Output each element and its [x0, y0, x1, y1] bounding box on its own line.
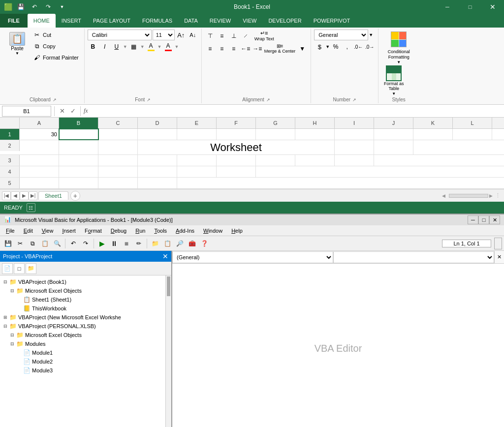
number-format-dropdown[interactable]: ▼: [369, 32, 373, 37]
tab-data[interactable]: DATA: [178, 14, 204, 28]
increase-indent-btn[interactable]: →≡: [252, 43, 263, 54]
vbe-menu-insert[interactable]: Insert: [58, 227, 80, 235]
font-color-button[interactable]: A: [163, 41, 174, 52]
percent-btn[interactable]: %: [330, 41, 341, 52]
align-left-btn[interactable]: ≡: [205, 43, 216, 54]
font-size-select[interactable]: 11: [153, 30, 175, 40]
scrollbar-thumb[interactable]: [167, 276, 170, 296]
vbe-design-btn[interactable]: ✏: [133, 238, 145, 249]
cell-f4[interactable]: [217, 166, 256, 177]
col-header-c[interactable]: C: [98, 118, 138, 128]
row-header-1[interactable]: 1: [0, 129, 20, 140]
vbe-project-btn[interactable]: 📁: [149, 238, 161, 249]
underline-dropdown[interactable]: ▼: [123, 44, 127, 49]
expand-icon[interactable]: ⊟: [9, 341, 16, 346]
number-expand-icon[interactable]: ↗: [352, 97, 356, 102]
wrap-text-btn[interactable]: ↵≡ Wrap Text: [252, 30, 277, 42]
tab-powerpivot[interactable]: POWERPIVOT: [308, 14, 356, 28]
cell-d1[interactable]: [138, 129, 177, 140]
align-bottom-btn[interactable]: ⊥: [228, 30, 239, 41]
cell-a4[interactable]: [20, 166, 59, 177]
cell-k1[interactable]: [413, 129, 453, 140]
minimize-btn[interactable]: ─: [436, 0, 459, 14]
cell-b2[interactable]: [59, 140, 98, 155]
col-header-a[interactable]: A: [20, 118, 59, 128]
format-table-dropdown[interactable]: ▼: [392, 92, 396, 96]
expand-icon[interactable]: ⊟: [9, 333, 16, 337]
vbe-menu-addins[interactable]: Add-Ins: [172, 227, 198, 235]
cell-a5[interactable]: [20, 178, 59, 188]
formula-input[interactable]: [90, 106, 502, 117]
conditional-formatting-btn[interactable]: ConditionalFormatting ▼: [381, 30, 416, 64]
col-header-i[interactable]: I: [335, 118, 374, 128]
cell-b4[interactable]: [59, 166, 98, 177]
cell-e3[interactable]: [177, 155, 217, 166]
restore-btn[interactable]: □: [459, 0, 481, 14]
project-scrollbar[interactable]: [165, 275, 171, 427]
vbe-help-btn[interactable]: ❓: [198, 238, 210, 249]
vbe-find-btn[interactable]: 🔍: [51, 238, 63, 249]
paste-button[interactable]: 📋 Paste ▼: [5, 30, 30, 58]
tab-page-layout[interactable]: PAGE LAYOUT: [87, 14, 136, 28]
close-btn[interactable]: ✕: [481, 0, 504, 14]
accounting-dropdown[interactable]: ▼: [325, 44, 330, 49]
tab-developer[interactable]: DEVELOPER: [262, 14, 307, 28]
vbe-cut-btn[interactable]: ✂: [14, 238, 26, 249]
view-code-btn[interactable]: 📄: [2, 263, 13, 274]
sheet-nav-last[interactable]: ▶|: [29, 191, 37, 200]
code-editor-area[interactable]: VBA Editor: [172, 264, 504, 427]
project-panel-close-btn[interactable]: ✕: [162, 252, 168, 260]
save-btn[interactable]: 💾: [15, 1, 26, 12]
sheet-tab-1[interactable]: Sheet1: [38, 191, 68, 200]
cell-c5[interactable]: [98, 178, 138, 188]
sheet-scrollbar[interactable]: [449, 194, 488, 198]
vbe-break-btn[interactable]: ⏸: [108, 238, 120, 249]
cell-g1[interactable]: [256, 129, 295, 140]
name-box[interactable]: [2, 106, 51, 117]
font-color-dropdown[interactable]: ▼: [175, 44, 179, 49]
select-all-btn[interactable]: [0, 118, 20, 128]
underline-button[interactable]: U: [111, 41, 122, 52]
italic-button[interactable]: I: [99, 41, 110, 52]
accounting-btn[interactable]: $: [314, 41, 325, 52]
cell-e1[interactable]: [177, 129, 217, 140]
tab-insert[interactable]: INSERT: [56, 14, 87, 28]
clipboard-expand-icon[interactable]: ↗: [53, 97, 57, 102]
cell-a1[interactable]: 30: [20, 129, 59, 140]
vbe-menu-help[interactable]: Help: [227, 227, 247, 235]
vbe-menu-edit[interactable]: Edit: [20, 227, 37, 235]
add-sheet-button[interactable]: +: [70, 191, 80, 201]
align-center-btn[interactable]: ≡: [217, 43, 227, 54]
code-procedure-dropdown[interactable]: [333, 251, 494, 263]
list-item[interactable]: ⊟ 📁 Microsoft Excel Objects: [2, 331, 163, 339]
list-item[interactable]: 📒 ThisWorkbook: [2, 304, 163, 313]
cell-i3[interactable]: [335, 155, 374, 166]
redo-btn[interactable]: ↷: [43, 1, 54, 12]
col-header-f[interactable]: F: [217, 118, 256, 128]
cell-g3[interactable]: [256, 155, 295, 166]
vbe-menu-view[interactable]: View: [38, 227, 58, 235]
vbe-menu-format[interactable]: Format: [81, 227, 106, 235]
row-header-2[interactable]: 2: [0, 140, 20, 151]
cell-d4[interactable]: [138, 166, 177, 177]
cell-d2[interactable]: Worksheet: [138, 140, 335, 155]
copy-button[interactable]: ⧉ Copy: [31, 41, 81, 52]
bold-button[interactable]: B: [88, 41, 98, 52]
list-item[interactable]: ⊞ 📁 VBAProject (New Microsoft Excel Work…: [2, 313, 163, 322]
vbe-obj-browser-btn[interactable]: 🔎: [174, 238, 186, 249]
cell-c4[interactable]: [98, 166, 138, 177]
fill-color-button[interactable]: A: [146, 41, 157, 52]
border-button[interactable]: ▦: [128, 41, 139, 52]
list-item[interactable]: ⊟ 📁 Modules: [2, 339, 163, 348]
list-item[interactable]: 📄 Module2: [2, 357, 163, 366]
cell-l1[interactable]: [453, 129, 492, 140]
tab-formulas[interactable]: FORMULAS: [136, 14, 178, 28]
sheet-nav-next[interactable]: ▶: [20, 191, 29, 200]
cell-b1[interactable]: [59, 129, 98, 140]
decrease-font-btn[interactable]: A↓: [188, 30, 198, 40]
vbe-close-btn[interactable]: ✕: [489, 215, 500, 224]
vbe-menu-file[interactable]: File: [2, 227, 19, 235]
list-item[interactable]: ⊟ 📁 Microsoft Excel Objects: [2, 286, 163, 295]
col-header-h[interactable]: H: [295, 118, 335, 128]
cell-b3[interactable]: [59, 155, 98, 166]
